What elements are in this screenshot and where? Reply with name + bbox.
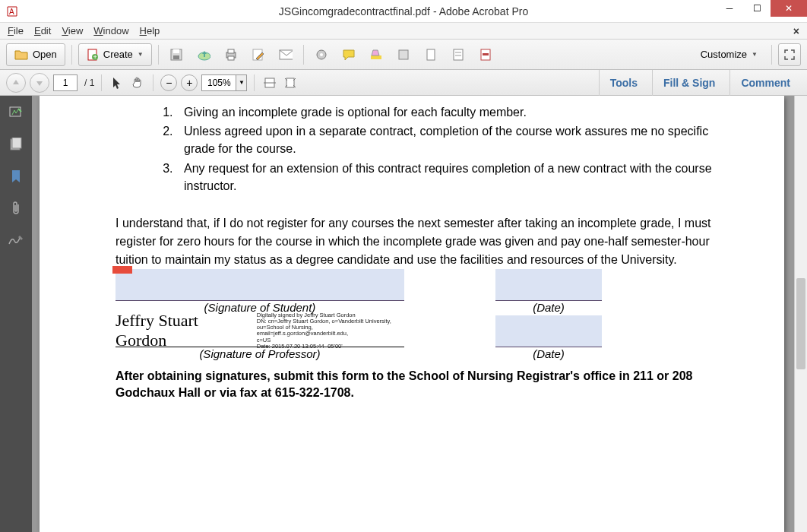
customize-button[interactable]: Customize ▼ — [693, 43, 765, 66]
fit-page-button[interactable] — [282, 74, 299, 91]
save-button[interactable] — [165, 43, 188, 66]
menu-help[interactable]: Help — [140, 25, 160, 36]
settings-button[interactable] — [310, 43, 333, 66]
page-number-input[interactable] — [53, 74, 78, 91]
sidebar-bookmarks-button[interactable] — [7, 167, 25, 185]
signature-panel-icon — [8, 105, 24, 120]
speech-bubble-icon — [342, 49, 356, 61]
envelope-icon — [279, 49, 293, 60]
print-icon — [224, 48, 238, 62]
menu-edit[interactable]: Edit — [34, 25, 51, 36]
svg-rect-28 — [12, 138, 21, 148]
cloud-upload-icon — [197, 49, 210, 61]
close-button[interactable]: ✕ — [771, 0, 807, 17]
professor-date-field[interactable] — [495, 315, 602, 347]
stamp-button[interactable] — [392, 43, 415, 66]
tools-panel-button[interactable]: Tools — [599, 70, 648, 96]
workspace: Giving an incomplete grade is optional f… — [0, 96, 807, 532]
selection-tool-button[interactable] — [109, 74, 125, 91]
chevron-down-icon: ▼ — [138, 51, 144, 58]
stamp-icon — [397, 48, 410, 62]
redact-button[interactable] — [474, 43, 497, 66]
open-label: Open — [33, 49, 57, 60]
gear-icon — [315, 48, 328, 62]
maximize-button[interactable]: ☐ — [743, 0, 771, 17]
email-button[interactable] — [274, 43, 297, 66]
fit-page-icon — [283, 77, 297, 89]
svg-rect-17 — [399, 50, 408, 59]
fill-sign-panel-button[interactable]: Fill & Sign — [652, 70, 726, 96]
window-titlebar: A JSGincomgradecontractfinal.pdf - Adobe… — [0, 0, 807, 23]
comment-bubble-button[interactable] — [337, 43, 360, 66]
signature-marker-icon — [112, 266, 132, 274]
sidebar-attachments-button[interactable] — [7, 199, 25, 217]
create-button[interactable]: + Create ▼ — [78, 43, 152, 66]
vertical-scrollbar[interactable] — [794, 96, 807, 532]
sidebar-sign-button[interactable] — [7, 231, 25, 249]
folder-open-icon — [14, 49, 28, 61]
save-icon — [169, 48, 183, 62]
form-icon — [451, 48, 465, 62]
document-viewport[interactable]: Giving an incomplete grade is optional f… — [32, 96, 807, 532]
student-date-field[interactable] — [495, 269, 602, 301]
date-caption: (Date) — [495, 301, 602, 314]
edit-text-button[interactable] — [247, 43, 270, 66]
footer-instruction: After obtaining signatures, submit this … — [116, 368, 739, 402]
sidebar-thumbnails-button[interactable] — [7, 135, 25, 154]
svg-rect-21 — [455, 55, 461, 56]
page-down-button[interactable] — [30, 73, 49, 93]
fit-width-button[interactable] — [261, 74, 278, 91]
nav-toolbar: / 1 − + ▼ Tools Fill & Sign Comment — [0, 70, 807, 96]
open-button[interactable]: Open — [6, 43, 65, 66]
page-up-button[interactable] — [6, 73, 26, 93]
hand-tool-button[interactable] — [129, 74, 146, 91]
menu-window[interactable]: Window — [93, 25, 128, 36]
expand-icon — [783, 49, 796, 61]
zoom-in-button[interactable]: + — [181, 74, 198, 91]
minimize-button[interactable]: ─ — [716, 0, 743, 17]
zoom-value[interactable] — [202, 75, 236, 90]
zoom-level-input[interactable]: ▼ — [201, 74, 247, 91]
svg-rect-23 — [483, 53, 489, 55]
chevron-down-icon: ▼ — [752, 51, 758, 58]
menubar-close-button[interactable]: × — [793, 25, 799, 37]
svg-point-15 — [320, 53, 323, 56]
create-pdf-icon: + — [87, 49, 99, 61]
hand-icon — [131, 76, 144, 90]
zoom-out-button[interactable]: − — [160, 74, 177, 91]
attach-page-button[interactable] — [419, 43, 442, 66]
page-total-label: / 1 — [84, 78, 94, 88]
menu-file[interactable]: File — [8, 25, 24, 36]
chevron-down-icon[interactable]: ▼ — [236, 75, 246, 90]
print-button[interactable] — [220, 43, 242, 66]
scrollbar-thumb[interactable] — [796, 278, 805, 369]
list-item: Giving an incomplete grade is optional f… — [176, 103, 739, 121]
form-button[interactable] — [447, 43, 470, 66]
professor-signature-name: Jeffry Stuart Gordon — [116, 311, 252, 350]
highlight-icon — [369, 48, 383, 62]
comment-panel-button[interactable]: Comment — [729, 70, 801, 96]
svg-rect-18 — [427, 49, 435, 60]
digital-signature-stamp: Digitally signed by Jeffry Stuart Gordon… — [257, 312, 404, 350]
date-caption: (Date) — [495, 347, 602, 360]
redact-icon — [479, 48, 492, 62]
sidebar-signatures-button[interactable] — [7, 103, 25, 122]
svg-rect-6 — [173, 49, 179, 53]
professor-signature-field[interactable]: Jeffry Stuart Gordon Digitally signed by… — [116, 315, 404, 347]
svg-text:A: A — [9, 8, 14, 16]
app-icon: A — [6, 5, 18, 17]
page-icon — [424, 48, 438, 62]
cloud-button[interactable] — [192, 43, 215, 66]
paperclip-icon — [10, 201, 22, 216]
list-item: Any request for an extension of this con… — [176, 160, 739, 195]
main-toolbar: Open + Create ▼ Customize ▼ — [0, 40, 807, 70]
fullscreen-button[interactable] — [778, 43, 801, 66]
svg-rect-16 — [371, 55, 381, 59]
menu-view[interactable]: View — [62, 25, 83, 36]
svg-rect-25 — [286, 78, 294, 87]
highlight-button[interactable] — [365, 43, 388, 66]
svg-rect-20 — [455, 52, 461, 53]
svg-text:+: + — [93, 53, 97, 61]
menu-bar: File Edit View Window Help × — [0, 23, 807, 40]
student-signature-field[interactable] — [116, 269, 404, 301]
